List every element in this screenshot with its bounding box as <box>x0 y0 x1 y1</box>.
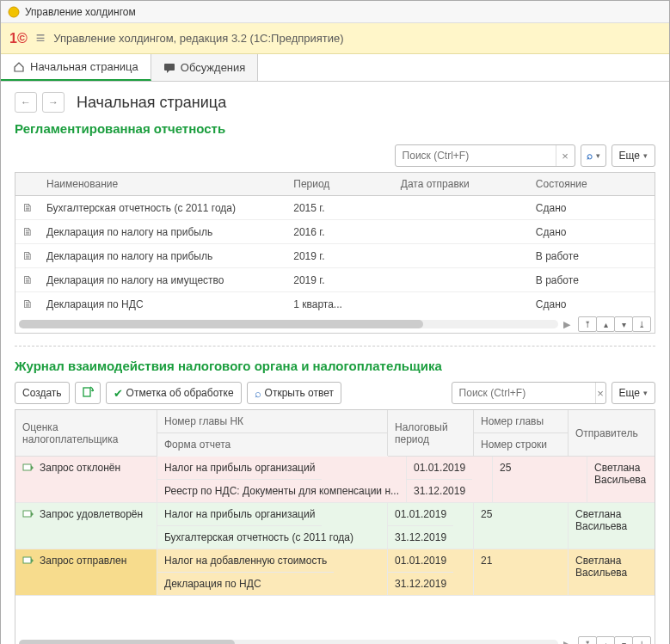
col-period[interactable]: Период <box>286 173 394 195</box>
svg-rect-3 <box>23 464 31 470</box>
cell-status: В работе <box>529 269 655 291</box>
magnifier-icon: ⌕ <box>587 150 593 162</box>
section2-scroll-down[interactable]: ▾ <box>614 636 633 644</box>
refresh-icon <box>82 386 94 401</box>
section1-search: × <box>395 144 575 167</box>
cell-period: 01.01.201931.12.2019 <box>407 457 493 502</box>
window-title: Управление холдингом <box>25 6 136 18</box>
table-row[interactable]: 🗎Декларация по НДС1 кварта...Сдано <box>15 292 655 316</box>
svg-rect-5 <box>23 557 31 563</box>
cell-sender: Светлана Васильева <box>569 549 655 595</box>
cell-period: 2016 г. <box>286 221 394 243</box>
cell-sender: Светлана Васильева <box>587 457 670 502</box>
cell-period: 2019 г. <box>286 245 394 267</box>
document-icon: 🗎 <box>22 249 34 262</box>
section2-more-button[interactable]: Еще ▾ <box>612 382 655 404</box>
app-icon <box>8 6 20 18</box>
col-status[interactable]: Состояние <box>529 173 655 195</box>
header-bar: 1© ≡ Управление холдингом, редакция 3.2 … <box>1 23 669 54</box>
nav-forward-button[interactable]: → <box>42 92 65 113</box>
section2-scroll-top[interactable]: ⤒ <box>578 636 597 644</box>
section2-scroll-up[interactable]: ▴ <box>596 636 615 644</box>
journal-row[interactable]: Запрос отклонёнНалог на прибыль организа… <box>15 457 655 503</box>
section1-scroll-top[interactable]: ⤒ <box>578 316 597 332</box>
section1-toolbar: × ⌕ ▾ Еще ▾ <box>15 144 655 167</box>
header-title: Управление холдингом, редакция 3.2 (1С:П… <box>53 32 343 45</box>
cell-chapter-num: 25 <box>493 457 587 502</box>
section1-more-button[interactable]: Еще ▾ <box>612 144 655 167</box>
cell-status: Сдано <box>529 293 655 316</box>
logo-1c: 1© <box>9 31 28 46</box>
cell-sent <box>394 275 529 285</box>
journal-row[interactable]: Запрос удовлетворёнНалог на прибыль орга… <box>15 503 655 549</box>
cell-assessment: Запрос отправлен <box>15 549 157 595</box>
cell-period: 01.01.201931.12.2019 <box>388 549 474 595</box>
table-row[interactable]: 🗎Декларация по налогу на прибыль2019 г.В… <box>15 244 655 268</box>
cell-sent <box>394 251 529 261</box>
section2-hscroll[interactable] <box>19 640 558 644</box>
nav-back-button[interactable]: ← <box>15 92 37 113</box>
refresh-button[interactable] <box>75 382 101 404</box>
cell-period: 01.01.201931.12.2019 <box>388 503 474 549</box>
more-label: Еще <box>619 387 640 399</box>
cell-chapter-num: 25 <box>474 503 569 549</box>
jcol-sender[interactable]: Отправитель <box>569 410 655 457</box>
cell-name: Декларация по налогу на имущество <box>40 269 286 291</box>
open-answer-button[interactable]: ⌕ Открыть ответ <box>247 382 341 404</box>
section1-scroll-bottom[interactable]: ⤓ <box>632 316 651 332</box>
status-icon <box>22 555 34 567</box>
document-icon: 🗎 <box>22 297 34 310</box>
section1-search-button[interactable]: ⌕ ▾ <box>581 144 606 167</box>
section2-scroll-bottom[interactable]: ⤓ <box>632 636 651 644</box>
section1-scroll-up[interactable]: ▴ <box>596 316 615 332</box>
cell-period: 1 кварта... <box>286 293 394 316</box>
section2-search: × <box>452 382 606 404</box>
section1-scroll-down[interactable]: ▾ <box>614 316 633 332</box>
section2-search-clear[interactable]: × <box>595 383 605 403</box>
section2-thead: Оценка налогоплательщика Номер главы НК … <box>15 410 655 457</box>
mark-processed-button[interactable]: ✔ Отметка об обработке <box>106 382 242 404</box>
section1-thead: Наименование Период Дата отправки Состоя… <box>15 173 655 196</box>
col-name[interactable]: Наименование <box>40 173 286 195</box>
scroll-right-icon[interactable]: ▶ <box>562 319 572 330</box>
cell-sent <box>394 203 529 213</box>
magnifier-icon: ⌕ <box>255 387 261 400</box>
svg-point-0 <box>9 7 19 17</box>
mark-label: Отметка об обработке <box>126 387 234 399</box>
section1-search-clear[interactable]: × <box>556 145 575 166</box>
main-menu-icon[interactable]: ≡ <box>36 29 46 47</box>
jcol-chapter-num[interactable]: Номер главы <box>474 410 569 433</box>
table-row[interactable]: 🗎Декларация по налогу на имущество2019 г… <box>15 268 655 292</box>
status-icon <box>22 462 34 474</box>
more-label: Еще <box>619 150 640 162</box>
jcol-tax-period[interactable]: Налоговый период <box>388 410 474 457</box>
jcol-line-num[interactable]: Номер строки <box>474 433 569 457</box>
scroll-right-icon[interactable]: ▶ <box>562 639 572 645</box>
create-button[interactable]: Создать <box>15 382 70 404</box>
section1-hscroll[interactable] <box>19 320 558 328</box>
table-row[interactable]: 🗎Декларация по налогу на прибыль2016 г.С… <box>15 220 655 244</box>
cell-name: Бухгалтерская отчетность (с 2011 года) <box>40 197 286 219</box>
section1-search-input[interactable] <box>396 150 556 162</box>
open-label: Открыть ответ <box>265 387 334 399</box>
journal-row[interactable]: Запрос отправленНалог на добавленную сто… <box>15 549 655 596</box>
tab-discussions[interactable]: Обсуждения <box>151 54 259 81</box>
status-icon <box>22 508 34 520</box>
cell-sent <box>394 227 529 237</box>
jcol-assessment[interactable]: Оценка налогоплательщика <box>15 410 157 457</box>
cell-name: Декларация по налогу на прибыль <box>40 245 286 267</box>
document-icon: 🗎 <box>22 225 34 238</box>
svg-rect-4 <box>23 511 31 517</box>
jcol-chapter[interactable]: Номер главы НК <box>157 410 388 433</box>
cell-status: Сдано <box>529 221 655 243</box>
section2-search-input[interactable] <box>452 387 595 399</box>
col-sent[interactable]: Дата отправки <box>394 173 529 195</box>
jcol-form[interactable]: Форма отчета <box>157 433 388 456</box>
document-icon: 🗎 <box>22 201 34 214</box>
table-row[interactable]: 🗎Бухгалтерская отчетность (с 2011 года)2… <box>15 196 655 220</box>
tab-home-label: Начальная страница <box>30 60 138 73</box>
tab-home[interactable]: Начальная страница <box>1 54 151 81</box>
section1-footer: ▶ ⤒ ▴ ▾ ⤓ <box>15 316 655 333</box>
cell-chapter: Налог на добавленную стоимостьДекларация… <box>157 549 388 595</box>
section1-title: Регламентированная отчетность <box>15 121 655 136</box>
